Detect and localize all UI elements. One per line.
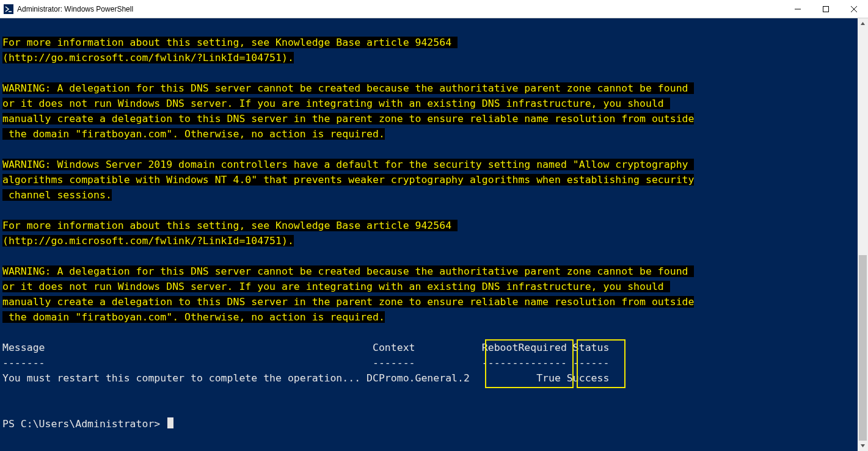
output-line: the domain "firatboyan.com". Otherwise, … (2, 311, 385, 323)
output-line: channel sessions. (2, 189, 112, 201)
maximize-button[interactable] (812, 0, 840, 18)
output-line: (http://go.microsoft.com/fwlink/?LinkId=… (2, 235, 294, 247)
scroll-up-button[interactable] (858, 18, 868, 29)
output-line: manually create a delegation to this DNS… (2, 113, 694, 124)
output-line: the domain "firatboyan.com". Otherwise, … (2, 128, 385, 140)
scroll-down-button[interactable] (858, 441, 868, 451)
table-header-row: Message Context RebootRequired Status (2, 342, 615, 353)
output-line: or it does not run Windows DNS server. I… (2, 98, 670, 109)
prompt[interactable]: PS C:\Users\Administrator> (2, 418, 166, 430)
output-line: manually create a delegation to this DNS… (2, 296, 694, 308)
output-line: WARNING: Windows Server 2019 domain cont… (2, 159, 694, 170)
svg-marker-6 (861, 22, 865, 25)
minimize-button[interactable] (784, 0, 812, 18)
terminal-output[interactable]: For more information about this setting,… (0, 18, 858, 451)
output-line: WARNING: A delegation for this DNS serve… (2, 82, 694, 94)
output-line: algorithms compatible with Windows NT 4.… (2, 174, 694, 186)
output-line: WARNING: A delegation for this DNS serve… (2, 265, 694, 277)
powershell-icon (4, 4, 13, 14)
vertical-scrollbar[interactable] (858, 18, 868, 451)
table-row: You must restart this computer to comple… (2, 372, 609, 384)
window-title: Administrator: Windows PowerShell (17, 5, 784, 13)
output-line: or it does not run Windows DNS server. I… (2, 281, 670, 292)
cursor (167, 417, 173, 428)
output-line: For more information about this setting,… (2, 220, 458, 231)
svg-rect-3 (823, 6, 829, 12)
svg-marker-7 (861, 444, 865, 447)
scroll-track[interactable] (858, 29, 868, 441)
close-button[interactable] (840, 0, 868, 18)
scroll-thumb[interactable] (859, 255, 867, 441)
output-line: (http://go.microsoft.com/fwlink/?LinkId=… (2, 52, 294, 63)
table-divider-row: ------- ------- -------------- ------ (2, 357, 615, 369)
result-table: Message Context RebootRequired Status --… (2, 342, 615, 384)
window-titlebar[interactable]: Administrator: Windows PowerShell (0, 0, 868, 18)
output-line: For more information about this setting,… (2, 37, 458, 48)
